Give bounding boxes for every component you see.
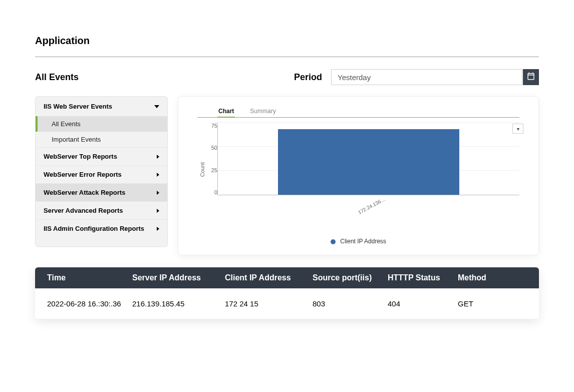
sidebar-item-error-reports[interactable]: WebServer Error Reports xyxy=(36,165,167,183)
sidebar-item-advanced-reports[interactable]: Server Advanced Reports xyxy=(36,201,167,219)
sidebar-item-label: WebServer Error Reports xyxy=(44,171,122,178)
chart-plot: 172.24.136… xyxy=(217,123,519,195)
sidebar-sub-important-events[interactable]: Important Events xyxy=(36,132,167,147)
calendar-icon xyxy=(526,72,535,83)
chart-tabs: Chart Summary xyxy=(197,106,519,118)
table-header: Time Server IP Address Client IP Address… xyxy=(35,267,539,288)
col-header-method: Method xyxy=(458,273,527,282)
chart-body: Count 75 50 25 0 172.24.136… xyxy=(197,120,519,220)
section-title: All Events xyxy=(35,72,294,83)
sidebar-item-top-reports[interactable]: WebServer Top Reports xyxy=(36,147,167,165)
sidebar-sub-all-events[interactable]: All Events xyxy=(36,116,167,132)
sidebar-item-label: Server Advanced Reports xyxy=(44,207,123,214)
cell-method: GET xyxy=(458,299,527,308)
y-axis-ticks: 75 50 25 0 xyxy=(205,123,217,195)
cell-server-ip: 216.139.185.45 xyxy=(132,299,225,308)
col-header-time: Time xyxy=(47,273,132,282)
sidebar-item-label: WebServer Top Reports xyxy=(44,153,117,160)
cell-time: 2022-06-28 16.:30:.36 xyxy=(47,299,132,308)
chart-card: Chart Summary ▾ Count 75 50 25 0 172.24.… xyxy=(178,96,539,255)
sidebar: IIS Web Server Events All Events Importa… xyxy=(35,96,168,247)
legend-swatch-icon xyxy=(331,239,336,244)
y-tick: 50 xyxy=(211,145,217,151)
y-tick: 75 xyxy=(211,123,217,129)
page-title: Application xyxy=(35,35,539,57)
y-tick: 25 xyxy=(211,167,217,173)
events-table: Time Server IP Address Client IP Address… xyxy=(35,267,539,319)
x-tick: 172.24.136… xyxy=(357,196,386,215)
legend-label: Client IP Address xyxy=(340,238,386,245)
col-header-client-ip: Client IP Address xyxy=(225,273,313,282)
tab-chart[interactable]: Chart xyxy=(217,106,235,118)
col-header-server-ip: Server IP Address xyxy=(132,273,225,282)
chevron-right-icon xyxy=(157,191,159,195)
cell-http-status: 404 xyxy=(388,299,458,308)
tab-summary[interactable]: Summary xyxy=(249,106,276,117)
chevron-right-icon xyxy=(157,227,159,231)
sidebar-group-iis[interactable]: IIS Web Server Events xyxy=(36,97,167,116)
cell-source-port: 803 xyxy=(313,299,388,308)
sidebar-item-label: WebServer Attack Reports xyxy=(44,189,125,196)
col-header-source-port: Source port(iis) xyxy=(313,273,388,282)
chevron-right-icon xyxy=(157,173,159,177)
col-header-http-status: HTTTP Status xyxy=(388,273,458,282)
chevron-down-icon xyxy=(154,105,159,108)
sidebar-item-label: IIS Admin Configuration Reports xyxy=(44,225,144,232)
chevron-right-icon xyxy=(157,155,159,159)
cell-client-ip: 172 24 15 xyxy=(225,299,313,308)
sidebar-group-label: IIS Web Server Events xyxy=(44,103,112,110)
controls-row: All Events Period Yesterday xyxy=(35,69,539,85)
chart-bar[interactable] xyxy=(278,129,459,195)
calendar-button[interactable] xyxy=(523,69,539,85)
sidebar-item-attack-reports[interactable]: WebServer Attack Reports xyxy=(36,183,167,201)
sidebar-item-admin-config[interactable]: IIS Admin Configuration Reports xyxy=(36,219,167,237)
chart-legend: Client IP Address xyxy=(197,238,519,245)
period-label: Period xyxy=(294,72,322,83)
chevron-right-icon xyxy=(157,209,159,213)
y-axis-label: Count xyxy=(197,162,205,177)
table-row[interactable]: 2022-06-28 16.:30:.36 216.139.185.45 172… xyxy=(35,288,539,319)
period-select[interactable]: Yesterday xyxy=(331,69,522,85)
